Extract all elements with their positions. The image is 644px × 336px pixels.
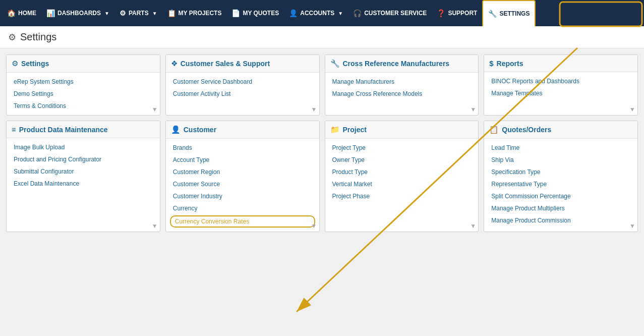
customer-sales-card: ❖ Customer Sales & Support Customer Serv… xyxy=(165,54,320,116)
project-phase-link[interactable]: Project Phase xyxy=(325,190,479,202)
product-data-scroll-indicator: ▼ xyxy=(152,222,158,230)
excel-data-maintenance-link[interactable]: Excel Data Maintenance xyxy=(7,178,160,190)
manage-manufacturers-link[interactable]: Manage Manufacturers xyxy=(325,76,479,88)
customer-card-title: Customer xyxy=(184,126,216,134)
page-header: ⚙ Settings xyxy=(0,26,644,48)
nav-my-quotes[interactable]: 📄 MY QUOTES xyxy=(226,0,284,26)
reports-card-icon: $ xyxy=(489,59,493,68)
owner-type-link[interactable]: Owner Type xyxy=(325,154,479,166)
account-type-link[interactable]: Account Type xyxy=(166,154,319,166)
vertical-market-link[interactable]: Vertical Market xyxy=(325,178,479,190)
customer-card-header: 👤 Customer xyxy=(166,121,319,139)
accounts-icon: 👤 xyxy=(289,9,298,17)
customer-activity-list-link[interactable]: Customer Activity List xyxy=(166,88,319,100)
image-bulk-upload-link[interactable]: Image Bulk Upload xyxy=(7,141,160,153)
navbar: 🏠 HOME 📊 DASHBOARDS ▼ ⚙ PARTS ▼ 📋 MY PRO… xyxy=(0,0,644,26)
nav-settings-label: SETTINGS xyxy=(499,10,530,17)
customer-card: 👤 Customer Brands Account Type Customer … xyxy=(165,121,320,232)
manage-product-multipliers-link[interactable]: Manage Product Multipliers xyxy=(484,202,637,214)
reports-card-title: Reports xyxy=(497,60,523,68)
erep-system-settings-link[interactable]: eRep System Settings xyxy=(7,76,160,88)
reports-card-header: $ Reports xyxy=(484,55,637,72)
nav-settings[interactable]: 🔧 SETTINGS xyxy=(482,0,536,26)
split-commission-link[interactable]: Split Commission Percentage xyxy=(484,190,637,202)
manage-product-commission-link[interactable]: Manage Product Commission xyxy=(484,214,637,227)
settings-card-header: ⚙ Settings xyxy=(7,55,160,73)
customer-region-link[interactable]: Customer Region xyxy=(166,166,319,178)
brands-link[interactable]: Brands xyxy=(166,142,319,154)
customer-sales-card-header: ❖ Customer Sales & Support xyxy=(166,55,319,73)
nav-dashboards[interactable]: 📊 DASHBOARDS ▼ xyxy=(41,0,114,26)
nav-accounts-label: ACCOUNTS xyxy=(300,10,334,17)
quotes-orders-card-header: 📋 Quotes/Orders xyxy=(484,121,637,139)
project-type-link[interactable]: Project Type xyxy=(325,142,479,154)
product-data-card: ≡ Product Data Maintenance Image Bulk Up… xyxy=(6,121,160,232)
customer-service-dashboard-link[interactable]: Customer Service Dashboard xyxy=(166,76,319,88)
reports-card: $ Reports BINOC Reports and Dashboards M… xyxy=(484,54,638,116)
nav-my-projects-label: MY PROJECTS xyxy=(179,10,222,17)
representative-type-link[interactable]: Representative Type xyxy=(484,178,637,190)
demo-settings-link[interactable]: Demo Settings xyxy=(7,88,160,100)
nav-my-quotes-label: MY QUOTES xyxy=(243,10,279,17)
dashboards-icon: 📊 xyxy=(46,9,55,17)
nav-my-projects[interactable]: 📋 MY PROJECTS xyxy=(162,0,227,26)
specification-type-link[interactable]: Specification Type xyxy=(484,166,637,178)
customer-industry-link[interactable]: Customer Industry xyxy=(166,190,319,202)
project-card-title: Project xyxy=(343,126,367,134)
my-projects-icon: 📋 xyxy=(167,9,176,17)
product-data-card-body: Image Bulk Upload Product and Pricing Co… xyxy=(7,138,160,232)
cross-reference-card-icon: 🔧 xyxy=(330,59,340,68)
customer-scroll-indicator: ▼ xyxy=(311,222,317,230)
product-data-card-header: ≡ Product Data Maintenance xyxy=(7,121,160,138)
parts-caret: ▼ xyxy=(152,11,157,16)
customer-card-icon: 👤 xyxy=(171,125,181,134)
nav-customer-service-label: CUSTOMER SERVICE xyxy=(364,10,427,17)
product-pricing-configurator-link[interactable]: Product and Pricing Configurator xyxy=(7,153,160,165)
page-title: Settings xyxy=(20,31,56,43)
dashboards-caret: ▼ xyxy=(104,11,109,16)
customer-sales-card-title: Customer Sales & Support xyxy=(181,60,270,68)
nav-home[interactable]: 🏠 HOME xyxy=(2,0,41,26)
page-gear-icon: ⚙ xyxy=(8,32,16,43)
quotes-orders-card-title: Quotes/Orders xyxy=(502,126,551,134)
product-data-card-icon: ≡ xyxy=(12,125,16,134)
manage-templates-link[interactable]: Manage Templates xyxy=(484,87,637,99)
reports-scroll-indicator: ▼ xyxy=(629,106,635,113)
customer-source-link[interactable]: Customer Source xyxy=(166,178,319,190)
customer-card-body: Brands Account Type Customer Region Cust… xyxy=(166,139,319,232)
product-type-link[interactable]: Product Type xyxy=(325,166,479,178)
submittal-configurator-link[interactable]: Submittal Configurator xyxy=(7,165,160,178)
customer-sales-scroll-indicator: ▼ xyxy=(311,106,317,113)
currency-link[interactable]: Currency xyxy=(166,202,319,214)
settings-nav-icon: 🔧 xyxy=(488,10,497,18)
project-card: 📁 Project Project Type Owner Type Produc… xyxy=(325,121,479,232)
nav-accounts[interactable]: 👤 ACCOUNTS ▼ xyxy=(284,0,348,26)
accounts-caret: ▼ xyxy=(338,11,343,16)
currency-conversion-rates-link[interactable]: Currency Conversion Rates xyxy=(170,215,315,228)
quotes-orders-card-body: Lead Time Ship Via Specification Type Re… xyxy=(484,139,637,232)
project-scroll-indicator: ▼ xyxy=(470,222,476,230)
support-icon: ❓ xyxy=(437,9,445,17)
cross-reference-card: 🔧 Cross Reference Manufacturers Manage M… xyxy=(325,54,479,116)
settings-card-title: Settings xyxy=(21,60,49,68)
nav-support-label: SUPPORT xyxy=(448,10,477,17)
parts-icon: ⚙ xyxy=(120,9,126,17)
customer-service-icon: 🎧 xyxy=(353,9,362,17)
terms-conditions-link[interactable]: Terms & Conditions xyxy=(7,100,160,112)
binoc-reports-link[interactable]: BINOC Reports and Dashboards xyxy=(484,75,637,87)
settings-card: ⚙ Settings eRep System Settings Demo Set… xyxy=(6,54,160,116)
nav-home-label: HOME xyxy=(18,10,36,17)
product-data-card-title: Product Data Maintenance xyxy=(19,126,108,134)
ship-via-link[interactable]: Ship Via xyxy=(484,154,637,166)
quotes-orders-scroll-indicator: ▼ xyxy=(629,222,635,230)
cross-reference-card-header: 🔧 Cross Reference Manufacturers xyxy=(325,55,479,73)
settings-card-icon: ⚙ xyxy=(12,59,18,68)
reports-card-body: BINOC Reports and Dashboards Manage Temp… xyxy=(484,72,637,115)
manage-cross-reference-models-link[interactable]: Manage Cross Reference Models xyxy=(325,88,479,100)
nav-customer-service[interactable]: 🎧 CUSTOMER SERVICE xyxy=(348,0,432,26)
cross-reference-scroll-indicator: ▼ xyxy=(470,106,476,113)
nav-parts[interactable]: ⚙ PARTS ▼ xyxy=(114,0,162,26)
nav-support[interactable]: ❓ SUPPORT xyxy=(432,0,482,26)
lead-time-link[interactable]: Lead Time xyxy=(484,142,637,154)
project-card-header: 📁 Project xyxy=(325,121,479,139)
